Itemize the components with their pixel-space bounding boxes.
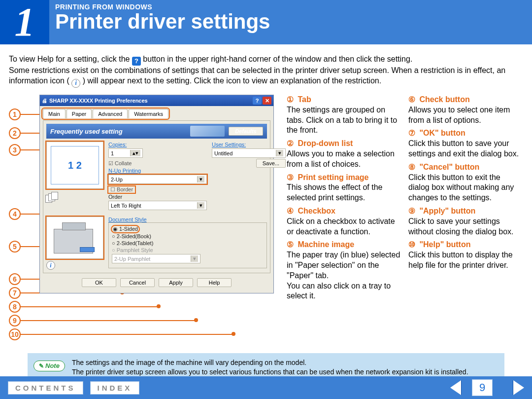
doc-style-group: ◉ 1-Sided ○ 2-Sided(Book) ○ 2-Sided(Tabl…	[108, 222, 267, 268]
next-page-icon[interactable]	[513, 380, 524, 395]
dialog-help-icon[interactable]: ?	[253, 97, 262, 105]
description-left: ① TabThe settings are grouped on tabs. C…	[287, 95, 401, 346]
footer: CONTENTS INDEX 9	[0, 376, 532, 399]
dialog-titlebar: 🖨 SHARP XX-XXXX Printing Preferences ? ✕	[40, 95, 273, 106]
callout-5: 5	[9, 241, 21, 253]
question-icon: ?	[132, 57, 141, 66]
page-number: 9	[472, 379, 493, 396]
dialog-title: SHARP XX-XXXX Printing Preferences	[49, 98, 148, 104]
page-title: Printer driver settings	[55, 10, 270, 34]
intro-paragraph: To view Help for a setting, click the ? …	[9, 54, 523, 88]
note-badge: Note	[33, 361, 65, 371]
callout-9: 9	[9, 315, 21, 326]
radio-1sided[interactable]: ◉ 1-Sided	[112, 226, 139, 232]
nup-label: N-Up Printing	[108, 168, 207, 174]
radio-pamphlet[interactable]: ○ Pamphlet Style	[112, 247, 264, 253]
tab-paper[interactable]: Paper	[66, 109, 92, 118]
save-button[interactable]: Save...	[256, 159, 286, 168]
defaults-button[interactable]: Defaults	[229, 127, 263, 136]
printer-dialog: 🖨 SHARP XX-XXXX Printing Preferences ? ✕…	[39, 95, 274, 293]
order-label: Order	[108, 194, 207, 200]
pages-icon	[45, 192, 60, 203]
pamphlet-select: 2-Up Pamphlet▾	[112, 254, 200, 263]
ok-button[interactable]: OK	[82, 278, 116, 287]
doc-style-label: Document Style	[108, 217, 267, 222]
info-icon: i	[71, 79, 80, 88]
nup-select[interactable]: 2-Up▾	[108, 175, 207, 184]
copies-input[interactable]: 1▴▾	[108, 148, 143, 158]
user-settings-label: User Settings:	[212, 142, 286, 147]
border-checkbox[interactable]: ☐ Border	[108, 186, 135, 193]
screenshot-column: 1 2 3 4 5 6 7 8 9 10 🖨 SHARP XX	[9, 95, 280, 346]
order-select[interactable]: Left To Right▾	[108, 201, 207, 210]
copies-label: Copies:	[108, 142, 207, 147]
tab-advanced[interactable]: Advanced	[93, 109, 128, 118]
close-icon[interactable]: ✕	[263, 97, 271, 105]
print-setting-image: 1 2	[46, 142, 103, 189]
callout-8: 8	[9, 301, 21, 313]
info-icon[interactable]: i	[46, 261, 55, 270]
apply-button[interactable]: Apply	[159, 278, 193, 287]
callout-2: 2	[9, 127, 21, 139]
help-button[interactable]: Help	[197, 278, 232, 287]
callout-7: 7	[9, 287, 21, 299]
cancel-button[interactable]: Cancel	[120, 278, 155, 287]
callout-10: 10	[9, 328, 21, 340]
header-text-block: PRINTING FROM WINDOWS Printer driver set…	[49, 0, 276, 44]
collate-checkbox[interactable]: ☑ Collate	[108, 160, 207, 167]
tab-watermarks[interactable]: Watermarks	[129, 109, 168, 118]
frequently-used-bar: Frequently used setting Defaults	[46, 124, 267, 139]
radio-2sided-book[interactable]: ○ 2-Sided(Book)	[112, 233, 264, 239]
callout-4: 4	[9, 208, 21, 220]
user-settings-select[interactable]: Untitled▾	[212, 148, 286, 158]
tab-main[interactable]: Main	[43, 109, 66, 118]
callout-1: 1	[9, 109, 21, 120]
page-header: 1 PRINTING FROM WINDOWS Printer driver s…	[0, 0, 532, 44]
machine-image[interactable]	[46, 217, 103, 259]
callout-3: 3	[9, 144, 21, 156]
description-right: ⑥ Check buttonAllows you to select one i…	[408, 95, 523, 346]
index-button[interactable]: INDEX	[90, 381, 140, 395]
radio-2sided-tablet[interactable]: ○ 2-Sided(Tablet)	[112, 240, 264, 246]
prev-page-icon[interactable]	[450, 380, 461, 395]
chapter-number: 1	[0, 0, 49, 44]
contents-button[interactable]: CONTENTS	[8, 381, 83, 395]
callout-6: 6	[9, 273, 21, 285]
